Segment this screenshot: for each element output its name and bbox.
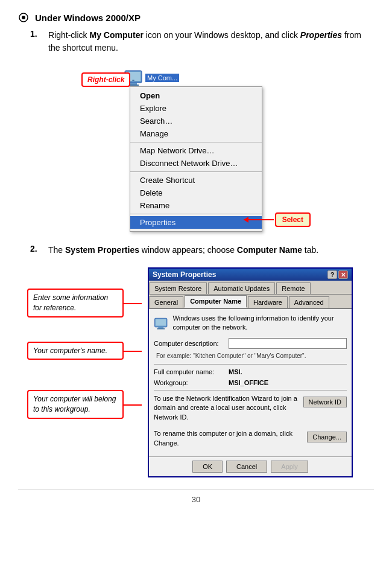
menu-item-create-shortcut[interactable]: Create Shortcut	[130, 174, 262, 187]
tab-computer-name[interactable]: Computer Name	[185, 295, 247, 308]
full-computer-name-label: Full computer name:	[154, 368, 226, 375]
separator3	[130, 214, 262, 214]
titlebar-buttons: ? ✕	[327, 270, 348, 279]
apply-button[interactable]: Apply	[271, 461, 308, 473]
select-arrow-line	[244, 219, 274, 220]
annotation1-container: Enter some information for reference.	[27, 289, 124, 318]
full-computer-name-row: Full computer name: MSI.	[154, 368, 347, 375]
menu-item-disconnect[interactable]: Disconnect Network Drive…	[130, 157, 262, 170]
separator-line2	[154, 390, 347, 391]
change-button[interactable]: Change...	[307, 432, 347, 442]
annotation-box1: Enter some information for reference.	[27, 289, 124, 318]
menu-item-properties[interactable]: Properties	[130, 216, 262, 229]
page-number-text: 30	[192, 495, 200, 504]
network-id-button[interactable]: Network ID	[303, 397, 347, 407]
menu-item-open[interactable]: Open	[130, 89, 262, 102]
select-annotation: Select	[244, 212, 311, 227]
tab-hardware[interactable]: Hardware	[248, 296, 288, 308]
annotation2-container: Your computer's name.	[27, 342, 124, 360]
menu-item-explore[interactable]: Explore	[130, 102, 262, 115]
section-heading: Under Windows 2000/XP	[18, 12, 374, 23]
ok-button[interactable]: OK	[192, 461, 223, 473]
computer-icon-sm	[154, 314, 168, 333]
menu-item-delete[interactable]: Delete	[130, 187, 262, 199]
step2-number: 2.	[30, 244, 42, 257]
dialog-tabs: System Restore Automatic Updates Remote	[149, 281, 352, 295]
step1-text: Right-click My Computer icon on your Win…	[48, 29, 374, 54]
menu-item-manage[interactable]: Manage	[130, 127, 262, 140]
annotation-box3: Your computer will belong to this workgr…	[27, 390, 124, 419]
annotation-box2: Your computer's name.	[27, 342, 124, 360]
description-text: Windows uses the following information t…	[172, 314, 347, 333]
section-heading-text: Under Windows 2000/XP	[35, 13, 141, 23]
menu-item-search[interactable]: Search…	[130, 115, 262, 127]
svg-rect-10	[157, 328, 165, 329]
step2: 2. The System Properties window appears;…	[18, 244, 374, 257]
svg-rect-9	[158, 327, 163, 328]
context-menu: Open Explore Search… Manage Map Network …	[130, 86, 262, 232]
annotation3-container: Your computer will belong to this workgr…	[27, 390, 124, 419]
rename-text: To rename this computer or join a domain…	[154, 429, 303, 448]
step1-number: 1.	[30, 29, 42, 54]
svg-rect-4	[130, 83, 137, 85]
bullet-icon	[18, 12, 29, 23]
dialog-titlebar: System Properties ? ✕	[149, 269, 352, 281]
computer-description-label: Computer description:	[154, 340, 226, 347]
step1: 1. Right-click My Computer icon on your …	[18, 29, 374, 54]
tab-automatic-updates[interactable]: Automatic Updates	[208, 282, 275, 294]
page-container: Under Windows 2000/XP 1. Right-click My …	[0, 0, 392, 568]
change-section: To rename this computer or join a domain…	[154, 429, 347, 452]
step2-bold1: System Properties	[65, 245, 139, 255]
annotation-line3	[124, 404, 142, 406]
separator-line1	[154, 364, 347, 365]
computer-description-row: Computer description:	[154, 338, 347, 349]
dialog-title: System Properties	[153, 270, 216, 279]
right-click-label: Right-click	[81, 72, 130, 87]
menu-item-rename[interactable]: Rename	[130, 199, 262, 212]
close-button[interactable]: ✕	[338, 270, 348, 279]
workgroup-label: Workgroup:	[154, 379, 226, 386]
comp-name-header: Windows uses the following information t…	[154, 314, 347, 333]
system-properties-dialog: System Properties ? ✕ System Restore Aut…	[148, 267, 353, 477]
annotations: Enter some information for reference. Yo…	[27, 267, 124, 419]
page-number: 30	[18, 490, 374, 504]
tab-general[interactable]: General	[149, 296, 183, 308]
tab-remote[interactable]: Remote	[276, 282, 311, 294]
step1-bold1: My Computer	[89, 30, 143, 40]
step2-text: The System Properties window appears; ch…	[48, 244, 318, 257]
full-computer-name-value: MSI.	[229, 368, 242, 375]
svg-point-6	[132, 80, 134, 81]
svg-point-1	[22, 16, 25, 19]
annotation-line1	[124, 303, 142, 304]
context-menu-container: Right-click My Com... Open Explore Searc…	[81, 65, 311, 232]
annotation-line2	[124, 351, 142, 352]
svg-rect-8	[156, 319, 166, 326]
dialog-content: Windows uses the following information t…	[149, 309, 352, 456]
sys-props-wrapper: Enter some information for reference. Yo…	[18, 267, 374, 477]
separator1	[130, 142, 262, 142]
tab-system-restore[interactable]: System Restore	[149, 282, 207, 294]
cancel-button[interactable]: Cancel	[226, 461, 267, 473]
workgroup-value: MSI_OFFICE	[229, 379, 268, 386]
bottom-buttons: OK Cancel Apply	[149, 456, 352, 476]
my-computer-icon-area: My Com...	[124, 68, 179, 88]
separator2	[130, 171, 262, 172]
computer-description-input[interactable]	[229, 338, 347, 349]
help-button[interactable]: ?	[327, 270, 337, 279]
network-id-section: To use the Network Identification Wizard…	[154, 394, 347, 426]
my-comp-label: My Com...	[145, 74, 179, 82]
network-wizard-text: To use the Network Identification Wizard…	[154, 394, 300, 422]
menu-item-map-network[interactable]: Map Network Drive…	[130, 144, 262, 157]
step1-bold2: Properties	[300, 30, 342, 40]
example-text: For example: "Kitchen Computer" or "Mary…	[156, 353, 347, 359]
step2-bold2: Computer Name	[237, 245, 302, 255]
dialog-tabs-row2: General Computer Name Hardware Advanced	[149, 295, 352, 309]
arrow-head	[244, 217, 248, 223]
select-label: Select	[275, 212, 311, 227]
workgroup-row: Workgroup: MSI_OFFICE	[154, 379, 347, 386]
tab-advanced[interactable]: Advanced	[289, 296, 329, 308]
context-menu-screenshot: Right-click My Com... Open Explore Searc…	[18, 65, 374, 232]
